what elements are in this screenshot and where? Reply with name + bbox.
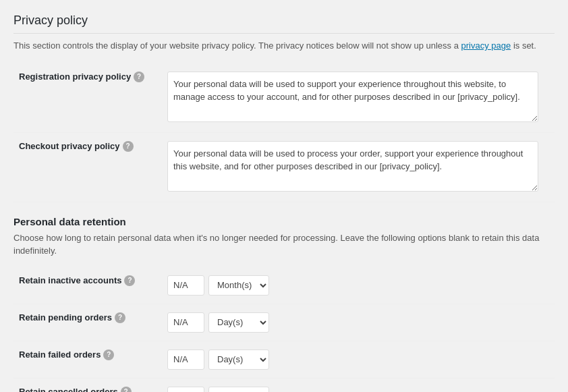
retain-pending-row: Retain pending orders ? Day(s) Month(s) … xyxy=(13,304,555,341)
retain-cancelled-row: Retain cancelled orders ? Day(s) Month(s… xyxy=(13,378,555,392)
retention-settings-table: Retain inactive accounts ? Month(s) Day(… xyxy=(13,267,555,393)
retain-pending-help-icon[interactable]: ? xyxy=(115,312,125,323)
privacy-settings-table: Registration privacy policy ? Checkout p… xyxy=(13,63,555,202)
desc-pre: This section controls the display of you… xyxy=(13,40,461,51)
checkout-help-icon[interactable]: ? xyxy=(123,141,134,152)
page-container: Privacy policy This section controls the… xyxy=(13,13,555,392)
retain-inactive-unit-select[interactable]: Month(s) Day(s) Year(s) xyxy=(208,275,269,296)
retain-failed-unit-select[interactable]: Day(s) Month(s) Year(s) xyxy=(208,349,269,370)
retain-failed-row: Retain failed orders ? Day(s) Month(s) Y… xyxy=(13,341,555,378)
privacy-section-desc: This section controls the display of you… xyxy=(13,39,555,53)
retention-section-title: Personal data retention xyxy=(13,216,555,227)
retain-pending-input[interactable] xyxy=(167,312,204,333)
retain-inactive-label: Retain inactive accounts xyxy=(19,275,121,285)
retain-pending-unit-select[interactable]: Day(s) Month(s) Year(s) xyxy=(208,312,269,333)
retain-inactive-field-cell: Month(s) Day(s) Year(s) xyxy=(162,267,555,304)
retain-cancelled-help-icon[interactable]: ? xyxy=(121,387,132,393)
retain-cancelled-input[interactable] xyxy=(167,387,204,393)
retain-cancelled-unit-select[interactable]: Day(s) Month(s) Year(s) xyxy=(208,387,269,393)
retain-failed-help-icon[interactable]: ? xyxy=(103,349,114,360)
registration-label-cell: Registration privacy policy ? xyxy=(13,63,162,133)
retain-failed-label-cell: Retain failed orders ? xyxy=(13,341,162,378)
retain-inactive-help-icon[interactable]: ? xyxy=(124,275,135,286)
checkout-label: Checkout privacy policy xyxy=(19,141,120,151)
registration-textarea[interactable] xyxy=(167,72,538,122)
privacy-page-link[interactable]: privacy page xyxy=(461,40,511,51)
checkout-row: Checkout privacy policy ? xyxy=(13,132,555,202)
retain-pending-label-cell: Retain pending orders ? xyxy=(13,304,162,341)
registration-row: Registration privacy policy ? xyxy=(13,63,555,133)
checkout-textarea[interactable] xyxy=(167,141,538,192)
retain-inactive-label-cell: Retain inactive accounts ? xyxy=(13,267,162,304)
retain-cancelled-field-cell: Day(s) Month(s) Year(s) xyxy=(162,378,555,392)
desc-post: is set. xyxy=(511,40,536,51)
retain-inactive-input[interactable] xyxy=(167,275,204,296)
registration-help-icon[interactable]: ? xyxy=(134,72,144,82)
registration-field-cell xyxy=(162,63,555,133)
retain-failed-field-cell: Day(s) Month(s) Year(s) xyxy=(162,341,555,378)
retain-pending-field-cell: Day(s) Month(s) Year(s) xyxy=(162,304,555,341)
retain-cancelled-label: Retain cancelled orders xyxy=(19,387,118,392)
retain-cancelled-label-cell: Retain cancelled orders ? xyxy=(13,378,162,392)
retain-pending-label: Retain pending orders xyxy=(19,312,112,323)
retention-desc: Choose how long to retain personal data … xyxy=(13,231,555,258)
retain-failed-input[interactable] xyxy=(167,349,204,370)
privacy-section-title: Privacy policy xyxy=(13,13,555,34)
checkout-label-cell: Checkout privacy policy ? xyxy=(13,132,162,202)
retain-failed-label: Retain failed orders xyxy=(19,349,101,360)
checkout-field-cell xyxy=(162,132,555,202)
registration-label: Registration privacy policy xyxy=(19,72,131,82)
retain-inactive-row: Retain inactive accounts ? Month(s) Day(… xyxy=(13,267,555,304)
